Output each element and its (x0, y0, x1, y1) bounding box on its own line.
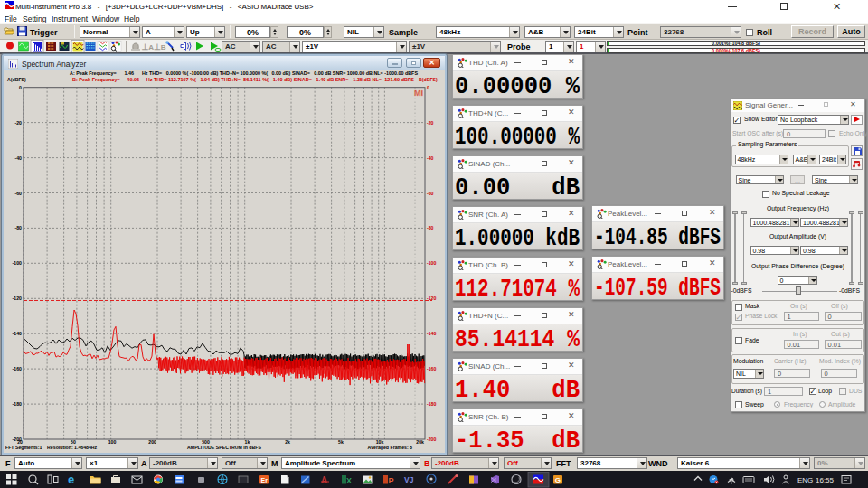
svg-text:112.71074 %: 112.71074 % (455, 275, 580, 301)
svg-text:-180: -180 (427, 401, 436, 407)
svg-text:Averaged Frames: 8: Averaged Frames: 8 (368, 445, 413, 450)
svg-text:MI: MI (414, 89, 423, 98)
svg-text:1.00000 kdB: 1.00000 kdB (455, 224, 580, 250)
svg-text:5k: 5k (338, 439, 344, 445)
svg-text:VJ: VJ (404, 475, 414, 484)
svg-text:-40: -40 (15, 155, 23, 161)
svg-text:-140: -140 (13, 331, 22, 336)
svg-text:-140: -140 (427, 331, 436, 336)
svg-text:ENG: ENG (797, 476, 813, 484)
svg-text:B(dBFS): B(dBFS) (419, 77, 438, 82)
svg-text:-80: -80 (15, 225, 23, 230)
svg-text:A(dBFS): A(dBFS) (7, 77, 26, 82)
svg-text:1.40 dB: 1.40 dB (455, 376, 580, 402)
svg-text:200: 200 (148, 439, 156, 445)
svg-text:-120: -120 (13, 296, 22, 301)
svg-text:⊥B: ⊥B (154, 42, 166, 52)
svg-text:-107.59 dBFS: -107.59 dBFS (594, 274, 721, 300)
svg-text:X: X (346, 476, 352, 485)
svg-text:-80: -80 (427, 225, 434, 230)
svg-text:B: Peak Frequency= 49.96: B: Peak Frequency= 49.96 Hz THD= 112.710… (72, 77, 415, 82)
svg-text:100.00000 %: 100.00000 % (455, 123, 580, 149)
svg-text:P: P (389, 476, 394, 485)
svg-text:-160: -160 (427, 366, 436, 371)
svg-text:85.14114 %: 85.14114 % (455, 325, 580, 352)
svg-text:0.00 dB: 0.00 dB (455, 174, 580, 200)
svg-text:-60: -60 (15, 191, 23, 196)
svg-text:16:55: 16:55 (816, 476, 835, 484)
svg-text:AMPLITUDE SPECTRUM in dBFS: AMPLITUDE SPECTRUM in dBFS (187, 445, 261, 450)
svg-text:-160: -160 (13, 366, 22, 371)
svg-text:-120: -120 (427, 296, 436, 301)
svg-text:A: Peak Frequency= 1.46: A: Peak Frequency= 1.46 Hz THD= 0.0000 %… (70, 70, 419, 76)
svg-text:Er: Er (261, 477, 269, 483)
svg-text:-180: -180 (13, 401, 22, 407)
svg-text:-200: -200 (427, 436, 436, 442)
svg-text:-40: -40 (427, 155, 434, 161)
svg-text:-1.35 dB: -1.35 dB (455, 427, 580, 453)
svg-text:20k: 20k (416, 439, 424, 445)
svg-text:e: e (68, 473, 74, 486)
svg-text:⊥A: ⊥A (142, 42, 155, 52)
svg-text:-100: -100 (13, 260, 22, 266)
svg-text:G: G (555, 476, 561, 484)
svg-text:-20: -20 (15, 120, 23, 126)
svg-text:-60: -60 (427, 191, 434, 196)
svg-text:FFT Segments:1 Resolution:: FFT Segments:1 Resolution: 1.46484Hz (5, 445, 98, 450)
svg-text:2k: 2k (285, 439, 290, 445)
svg-text:-104.85 dBFS: -104.85 dBFS (594, 223, 721, 249)
svg-text:0: 0 (427, 85, 429, 90)
svg-text:-100: -100 (427, 260, 436, 266)
svg-text:0.00000 %: 0.00000 % (455, 72, 580, 99)
svg-text:0: 0 (19, 85, 22, 90)
svg-text:100: 100 (108, 439, 117, 445)
svg-text:-20: -20 (427, 120, 434, 126)
